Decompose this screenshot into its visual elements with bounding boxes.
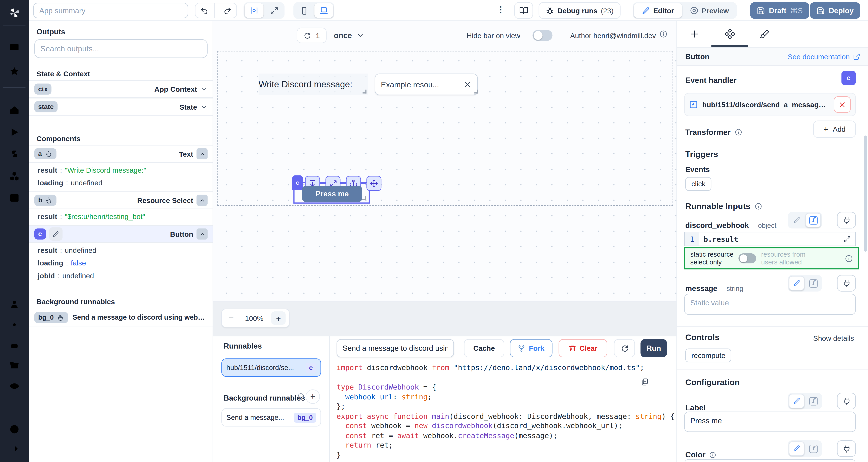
text-component[interactable]: Write Discord message: <box>258 73 368 95</box>
tab-settings-component-icon[interactable] <box>724 29 735 39</box>
cache-button[interactable]: Cache <box>464 339 504 358</box>
search-outputs-input[interactable] <box>34 39 208 58</box>
settings-gear-icon[interactable] <box>9 319 20 330</box>
output-row-state[interactable]: state State <box>29 98 213 116</box>
users-icon[interactable] <box>9 299 20 310</box>
expand-editor-icon[interactable] <box>844 235 851 242</box>
discord-webhook-field-label: discord_webhook object <box>685 220 776 230</box>
redo-button[interactable] <box>218 3 236 18</box>
connect-mode-button[interactable]: f <box>806 394 821 408</box>
collapse-c-button[interactable] <box>196 229 208 239</box>
info-icon[interactable] <box>659 30 668 38</box>
center-layout-button[interactable] <box>245 3 264 18</box>
resize-handle[interactable] <box>363 90 367 93</box>
code-editor[interactable]: import discordwebhook from "https://deno… <box>337 363 677 460</box>
chevron-down-icon[interactable] <box>200 103 208 110</box>
static-mode-button[interactable] <box>789 213 804 228</box>
output-row-c[interactable]: c Button <box>29 225 213 243</box>
edit-id-button[interactable] <box>49 227 62 240</box>
resource-mode-toggle[interactable] <box>738 253 756 263</box>
info-icon[interactable] <box>845 254 853 262</box>
resize-handle[interactable] <box>362 196 366 200</box>
clear-x-icon[interactable] <box>463 80 472 88</box>
add-transformer-button[interactable]: +Add <box>813 121 856 138</box>
undo-button[interactable] <box>195 3 215 18</box>
label-static-input[interactable]: Press me <box>684 411 856 432</box>
output-row-a[interactable]: a Text <box>29 145 213 163</box>
plug-button[interactable] <box>837 393 856 409</box>
run-button[interactable]: Run <box>641 339 667 358</box>
recompute-chip[interactable]: recompute <box>685 349 732 362</box>
add-background-runnable-button[interactable]: + <box>306 390 320 404</box>
event-handler-card[interactable]: hub/1511/discord/send_a_message_... <box>684 93 856 116</box>
chevron-down-icon[interactable] <box>200 86 208 93</box>
favorites-star-icon[interactable] <box>9 66 20 77</box>
connect-mode-button[interactable]: f <box>806 213 821 228</box>
app-canvas: 1 once Hide bar on view Author henri@win… <box>213 21 677 336</box>
see-documentation-link[interactable]: See documentation <box>787 52 860 60</box>
remove-handler-button[interactable] <box>834 96 851 113</box>
output-row-b[interactable]: b Resource Select <box>29 191 213 209</box>
static-mode-button[interactable] <box>789 441 804 456</box>
home-icon[interactable] <box>9 105 20 116</box>
workers-robot-icon[interactable] <box>9 340 20 351</box>
schedules-icon[interactable] <box>9 192 20 203</box>
plug-button[interactable] <box>837 212 856 229</box>
folders-icon[interactable] <box>9 360 20 371</box>
color-static-input[interactable] <box>684 459 856 462</box>
component-id-tab[interactable]: c <box>292 175 303 190</box>
deploy-label: Deploy <box>829 6 854 15</box>
plug-button[interactable] <box>837 275 856 292</box>
runnable-item-bg[interactable]: Send a message... bg_0 <box>221 408 321 427</box>
workspace-icon[interactable] <box>9 42 20 53</box>
expression-editor[interactable]: 1 b.result <box>684 232 856 246</box>
runnable-name-input[interactable] <box>337 339 454 358</box>
move-button[interactable] <box>367 176 381 191</box>
debug-runs-button[interactable]: Debug runs (23) <box>539 2 621 19</box>
collapse-arrow-icon[interactable] <box>9 443 20 454</box>
static-mode-button[interactable] <box>789 394 804 408</box>
resource-select-component[interactable]: Example resou... <box>375 73 477 95</box>
kebab-menu-button[interactable]: ⋮ <box>496 4 505 14</box>
app-summary-input[interactable] <box>33 3 188 18</box>
runs-icon[interactable] <box>9 127 20 138</box>
docs-button[interactable] <box>514 2 533 19</box>
resize-handle[interactable] <box>474 90 478 93</box>
fork-button[interactable]: Fork <box>510 339 552 358</box>
deploy-button[interactable]: Deploy <box>810 2 860 19</box>
refresh-count-button[interactable]: 1 <box>297 28 327 43</box>
output-row-bg0[interactable]: bg_0 Send a message to discord using web… <box>29 308 213 326</box>
variables-icon[interactable] <box>9 148 20 159</box>
audit-eye-icon[interactable] <box>9 381 20 392</box>
run-mode-dropdown[interactable]: once <box>334 28 364 43</box>
tab-preview[interactable]: Preview <box>683 3 736 18</box>
tab-styling-brush-icon[interactable] <box>760 29 770 39</box>
panel-scrollbar[interactable] <box>864 135 867 252</box>
connect-mode-button[interactable]: f <box>806 441 821 456</box>
static-mode-button[interactable] <box>789 276 804 291</box>
zoom-in-button[interactable]: + <box>271 311 286 325</box>
collapse-b-button[interactable] <box>196 195 208 206</box>
hide-bar-toggle[interactable] <box>532 30 552 41</box>
reload-button[interactable] <box>614 339 635 358</box>
show-details-link[interactable]: Show details <box>813 334 854 342</box>
collapse-a-button[interactable] <box>196 148 208 159</box>
clear-button[interactable]: Clear <box>559 339 607 358</box>
fullscreen-layout-button[interactable] <box>265 3 283 18</box>
tab-insert-plus-icon[interactable] <box>690 29 699 39</box>
output-row-ctx[interactable]: ctx App Context <box>29 80 213 98</box>
zoom-out-button[interactable]: − <box>225 313 237 323</box>
resources-icon[interactable] <box>9 170 20 182</box>
copy-code-button[interactable] <box>638 375 651 389</box>
press-me-button[interactable]: Press me <box>302 186 362 202</box>
draft-button[interactable]: Draft ⌘S <box>750 2 809 19</box>
windmill-logo-icon[interactable] <box>8 7 21 19</box>
desktop-view-button[interactable] <box>314 3 333 18</box>
help-icon[interactable] <box>9 424 20 435</box>
mobile-view-button[interactable] <box>294 3 313 18</box>
connect-mode-button[interactable]: f <box>806 276 821 291</box>
tab-editor[interactable]: Editor <box>634 3 682 18</box>
message-static-input[interactable] <box>684 294 856 315</box>
plug-button[interactable] <box>837 440 856 457</box>
runnable-item-selected[interactable]: hub/1511/discord/se... c <box>221 359 321 377</box>
